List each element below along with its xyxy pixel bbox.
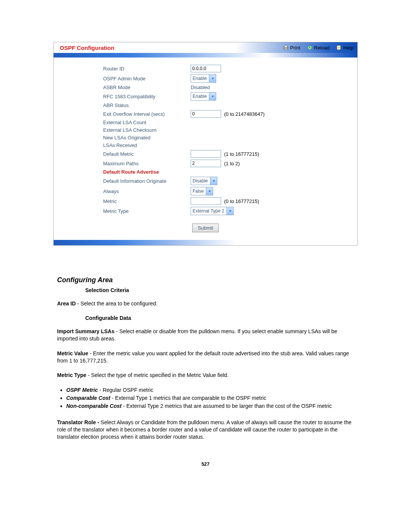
dio-select[interactable]: Disable	[191, 177, 217, 185]
chevron-down-icon	[209, 93, 216, 100]
translator-role-text: Select Always or Candidate from the pull…	[57, 419, 352, 440]
print-label: Print	[290, 45, 300, 51]
new-lsas-label: New LSAs Originated	[61, 135, 191, 141]
svg-marker-10	[209, 190, 211, 192]
panel-title: OSPF Configuration	[57, 45, 114, 51]
area-id-text: - Select the area to be configured.	[76, 300, 158, 307]
reload-action[interactable]: Reload	[307, 45, 330, 51]
asbr-mode-label: ASBR Mode	[61, 85, 191, 90]
ospf-admin-mode-label: OSPF Admin Mode	[61, 76, 191, 81]
default-metric-label: Default Metric	[61, 151, 191, 157]
always-value: False	[193, 189, 206, 194]
translator-role-term: Translator Role -	[57, 419, 100, 425]
rfc1583-value: Enable	[193, 94, 209, 99]
submit-button[interactable]: Submit	[192, 224, 219, 232]
ospf-admin-mode-value: Enable	[193, 76, 209, 81]
reload-label: Reload	[314, 45, 330, 51]
list-item: Non-comparable Cost - External Type 2 me…	[66, 403, 354, 410]
noncomparable-cost-term: Non-comparable Cost	[66, 403, 121, 409]
metric-type-label: Metric Type	[61, 208, 191, 214]
help-label: Help	[343, 45, 354, 51]
panel-header: OSPF Configuration Print Reload ? Help	[54, 42, 357, 53]
svg-text:?: ?	[338, 46, 340, 50]
metric-type-term: Metric Type	[57, 372, 86, 378]
chevron-down-icon	[206, 187, 213, 195]
chevron-down-icon	[209, 75, 216, 82]
max-paths-input[interactable]	[191, 160, 221, 167]
asbr-mode-value: Disabled	[191, 85, 210, 90]
import-summary-term: Import Summary LSAs	[57, 328, 115, 334]
config-panel: OSPF Configuration Print Reload ? Help R…	[53, 42, 358, 246]
page-number: 527	[15, 461, 396, 467]
divider-bar-top	[54, 53, 357, 58]
noncomparable-cost-text: - External Type 2 metrics that are assum…	[121, 403, 331, 409]
rfc1583-select[interactable]: Enable	[191, 92, 216, 101]
section-heading: Configuring Area	[57, 276, 354, 284]
comparable-cost-text: - External Type 1 metrics that are compa…	[110, 395, 266, 401]
lsas-received-label: LSAs Received	[61, 142, 191, 148]
metric-type-select[interactable]: External Type 2	[191, 207, 234, 215]
max-paths-label: Maximum Paths	[61, 161, 191, 166]
dio-label: Default Information Originate	[61, 178, 191, 184]
metric-label: Metric	[61, 198, 191, 204]
svg-marker-9	[212, 180, 215, 182]
metric-input[interactable]	[191, 197, 221, 205]
help-icon: ?	[336, 45, 342, 50]
svg-marker-7	[212, 78, 214, 79]
max-paths-hint: (1 to 2)	[224, 161, 240, 166]
router-id-label: Router ID	[61, 66, 191, 72]
exit-overflow-label: Exit Overflow Interval (secs)	[61, 111, 191, 117]
chevron-down-icon	[226, 207, 233, 215]
para-import-summary: Import Summary LSAs - Select enable or d…	[57, 328, 354, 342]
ospf-metric-text: - Regular OSPF metric	[98, 387, 153, 393]
svg-rect-1	[285, 46, 287, 47]
metric-hint: (0 to 16777215)	[224, 198, 259, 204]
svg-marker-8	[212, 96, 214, 97]
default-route-advertise-heading: Default Route Advertise	[61, 169, 350, 175]
metric-type-list: OSPF Metric - Regular OSPF metric Compar…	[57, 387, 354, 410]
area-id-term: Area ID	[57, 300, 76, 307]
default-metric-input[interactable]	[191, 150, 221, 158]
subheading-selection-criteria: Selection Criteria	[85, 287, 354, 293]
always-select[interactable]: False	[191, 187, 213, 195]
metric-type-text: - Select the type of metric specified in…	[86, 372, 229, 378]
para-metric-type: Metric Type - Select the type of metric …	[57, 372, 354, 379]
abr-status-label: ABR Status	[61, 102, 191, 108]
exit-overflow-input[interactable]	[191, 110, 221, 118]
reload-icon	[307, 45, 312, 50]
metric-value-term: Metric Value	[57, 350, 88, 356]
svg-marker-11	[229, 210, 231, 212]
router-id-input[interactable]	[191, 65, 221, 72]
dio-value: Disable	[193, 178, 210, 184]
comparable-cost-term: Comparable Cost	[66, 395, 110, 401]
subheading-configurable-data: Configurable Data	[85, 315, 354, 321]
print-icon	[283, 45, 288, 50]
ospf-metric-term: OSPF Metric	[66, 387, 98, 393]
exit-overflow-hint: (0 to 2147483647)	[224, 111, 264, 117]
print-action[interactable]: Print	[283, 45, 300, 51]
document-body: Configuring Area Selection Criteria Area…	[57, 276, 354, 441]
always-label: Always	[61, 189, 191, 194]
para-translator-role: Translator Role - Select Always or Candi…	[57, 419, 354, 441]
metric-value-text: - Enter the metric value you want applie…	[57, 350, 349, 364]
para-metric-value: Metric Value - Enter the metric value yo…	[57, 350, 354, 364]
ext-lsa-count-label: External LSA Count	[61, 120, 191, 125]
list-item: OSPF Metric - Regular OSPF metric	[66, 387, 354, 394]
help-action[interactable]: ? Help	[336, 45, 354, 51]
ext-lsa-checksum-label: External LSA Checksum	[61, 127, 191, 133]
default-metric-hint: (1 to 16777215)	[224, 151, 259, 157]
svg-rect-2	[285, 49, 287, 50]
ospf-admin-mode-select[interactable]: Enable	[191, 74, 216, 83]
metric-type-value: External Type 2	[193, 208, 226, 214]
divider-bar-bottom	[54, 240, 357, 245]
list-item: Comparable Cost - External Type 1 metric…	[66, 395, 354, 402]
chevron-down-icon	[210, 177, 217, 185]
para-area-id: Area ID - Select the area to be configur…	[57, 300, 354, 307]
rfc1583-label: RFC 1583 Compatibility	[61, 94, 191, 99]
